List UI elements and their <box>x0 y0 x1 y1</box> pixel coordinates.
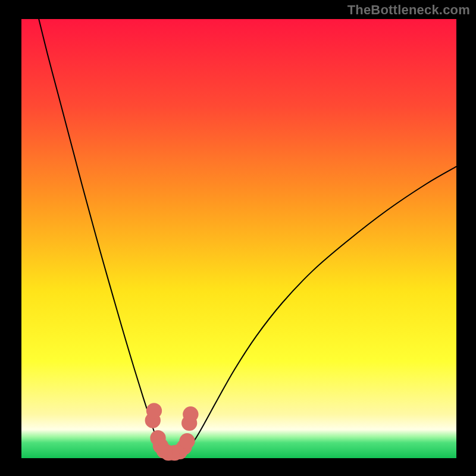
watermark-text: TheBottleneck.com <box>347 2 470 18</box>
chart-stage: TheBottleneck.com <box>0 0 476 476</box>
plot-area <box>21 19 456 458</box>
cluster-point <box>179 433 195 449</box>
chart-svg <box>0 0 476 476</box>
cluster-point <box>146 403 162 418</box>
cluster-point <box>183 406 198 422</box>
